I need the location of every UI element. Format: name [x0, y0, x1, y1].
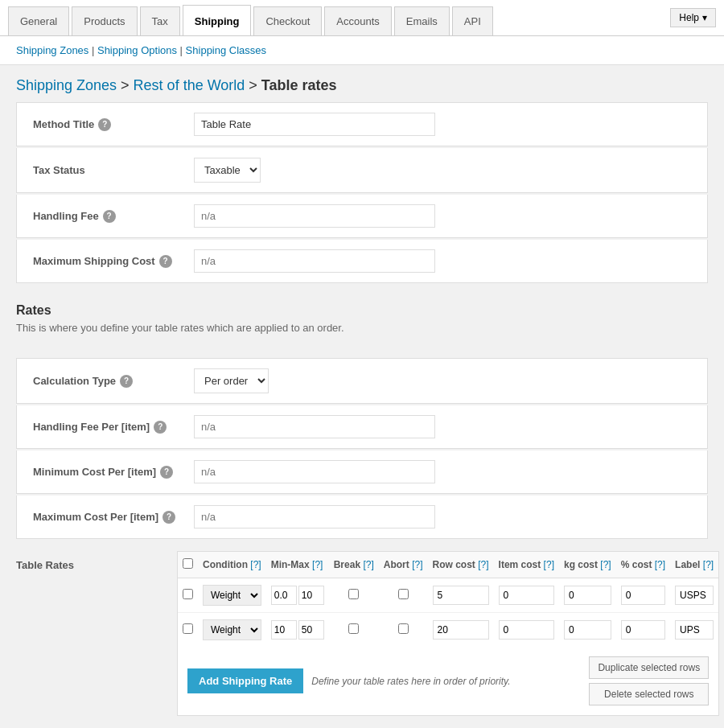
min-cost-per-item-field — [194, 460, 691, 483]
method-title-help-icon[interactable]: ? — [98, 118, 111, 131]
help-button[interactable]: Help ▾ — [670, 8, 716, 27]
row-cost-help-link[interactable]: [?] — [478, 559, 488, 570]
item-cost-help-link[interactable]: [?] — [544, 559, 554, 570]
row-checkbox-1[interactable] — [183, 623, 193, 634]
min-input-0[interactable] — [271, 586, 297, 605]
tab-api[interactable]: API — [452, 6, 493, 35]
breadcrumb-current: Table rates — [261, 77, 337, 93]
breadcrumb: Shipping Zones > Rest of the World > Tab… — [0, 65, 724, 102]
row-actions: Duplicate selected rows Delete selected … — [589, 656, 709, 705]
add-shipping-rate-button[interactable]: Add Shipping Rate — [187, 668, 303, 693]
tax-status-row: Tax Status Taxable None — [16, 148, 708, 193]
kg-cost-help-link[interactable]: [?] — [600, 559, 611, 570]
th-pct-cost: % cost [?] — [616, 552, 670, 578]
item-cost-input-0[interactable] — [499, 586, 554, 605]
row-cost-input-0[interactable] — [433, 586, 489, 605]
handling-fee-field — [194, 204, 691, 228]
kg-cost-input-1[interactable] — [564, 620, 611, 640]
duplicate-rows-button[interactable]: Duplicate selected rows — [589, 656, 709, 679]
calculation-type-field: Per order Per item Per class Per line — [194, 368, 691, 393]
delete-rows-button[interactable]: Delete selected rows — [589, 683, 709, 705]
footer-text: Define your table rates here in order of… — [311, 676, 581, 687]
sub-navigation: Shipping Zones | Shipping Options | Ship… — [0, 36, 724, 65]
main-nav-tabs: General Products Tax Shipping Checkout A… — [8, 0, 496, 35]
min-cost-per-item-input[interactable] — [194, 460, 435, 483]
abort-checkbox-1[interactable] — [398, 623, 409, 634]
max-cost-per-item-input[interactable] — [194, 505, 435, 529]
max-cost-per-item-label: Maximum Cost Per [item] ? — [33, 511, 194, 524]
max-input-1[interactable] — [298, 620, 324, 640]
tab-tax[interactable]: Tax — [140, 6, 180, 35]
calculation-type-row: Calculation Type ? Per order Per item Pe… — [16, 358, 708, 404]
subnav-shipping-classes[interactable]: Shipping Classes — [186, 44, 266, 56]
method-title-field — [194, 113, 691, 136]
max-shipping-cost-label: Maximum Shipping Cost ? — [33, 255, 194, 268]
handling-fee-input[interactable] — [194, 204, 435, 228]
rates-description: This is where you define your table rate… — [16, 322, 708, 334]
th-row-cost: Row cost [?] — [428, 552, 494, 578]
condition-select-1[interactable]: Weight Price Item count — [203, 619, 261, 640]
break-help-link[interactable]: [?] — [363, 559, 373, 570]
break-checkbox-0[interactable] — [348, 589, 359, 599]
item-cost-input-1[interactable] — [499, 620, 554, 640]
table-row: Weight Price Item count — [178, 578, 718, 613]
max-shipping-cost-row: Maximum Shipping Cost ? — [16, 240, 708, 283]
method-title-row: Method Title ? — [16, 102, 708, 146]
max-cost-per-item-row: Maximum Cost Per [item] ? — [16, 496, 708, 539]
label-help-link[interactable]: [?] — [703, 559, 714, 570]
label-input-1[interactable] — [675, 620, 714, 640]
tab-products[interactable]: Products — [72, 6, 137, 35]
tab-emails[interactable]: Emails — [394, 6, 450, 35]
rates-section: Rates This is where you define your tabl… — [0, 291, 724, 358]
th-break: Break [?] — [329, 552, 379, 578]
kg-cost-input-0[interactable] — [564, 586, 611, 605]
method-title-input[interactable] — [194, 113, 435, 136]
row-checkbox-0[interactable] — [183, 589, 193, 599]
handling-fee-label: Handling Fee ? — [33, 210, 194, 223]
max-shipping-cost-help-icon[interactable]: ? — [159, 255, 172, 268]
th-item-cost: Item cost [?] — [494, 552, 559, 578]
abort-checkbox-0[interactable] — [398, 589, 409, 599]
th-abort: Abort [?] — [379, 552, 428, 578]
condition-help-link[interactable]: [?] — [250, 559, 261, 570]
max-cost-per-item-help-icon[interactable]: ? — [162, 511, 175, 524]
table-rates-table-wrapper: Condition [?] Min-Max [?] Break [?] Abor… — [177, 551, 719, 716]
label-input-0[interactable] — [675, 586, 714, 605]
calculation-type-help-icon[interactable]: ? — [120, 375, 133, 388]
calculation-type-select[interactable]: Per order Per item Per class Per line — [194, 368, 269, 393]
tab-general[interactable]: General — [8, 6, 69, 35]
pct-cost-help-link[interactable]: [?] — [655, 559, 665, 570]
breadcrumb-rest-of-world[interactable]: Rest of the World — [134, 77, 245, 93]
break-checkbox-1[interactable] — [348, 623, 359, 634]
tax-status-select[interactable]: Taxable None — [194, 158, 261, 183]
handling-fee-per-item-help-icon[interactable]: ? — [154, 421, 167, 434]
subnav-shipping-options[interactable]: Shipping Options — [97, 44, 177, 56]
abort-help-link[interactable]: [?] — [412, 559, 422, 570]
handling-fee-help-icon[interactable]: ? — [103, 210, 116, 223]
subnav-shipping-zones[interactable]: Shipping Zones — [16, 44, 88, 56]
handling-fee-per-item-row: Handling Fee Per [item] ? — [16, 405, 708, 449]
table-rates-label: Table Rates — [16, 551, 177, 571]
help-label: Help — [679, 12, 699, 23]
min-cost-per-item-help-icon[interactable]: ? — [160, 466, 173, 479]
pct-cost-input-1[interactable] — [621, 620, 665, 640]
tab-accounts[interactable]: Accounts — [324, 6, 391, 35]
help-chevron-icon: ▾ — [702, 12, 707, 23]
max-shipping-cost-input[interactable] — [194, 249, 435, 273]
tab-shipping[interactable]: Shipping — [183, 5, 252, 35]
handling-fee-per-item-field — [194, 415, 691, 438]
condition-select-0[interactable]: Weight Price Item count — [203, 585, 261, 606]
handling-fee-per-item-input[interactable] — [194, 415, 435, 438]
tab-checkout[interactable]: Checkout — [253, 6, 322, 35]
th-condition: Condition [?] — [198, 552, 266, 578]
min-input-1[interactable] — [271, 620, 297, 640]
pct-cost-input-0[interactable] — [621, 586, 665, 605]
calculation-type-label: Calculation Type ? — [33, 375, 194, 388]
row-cost-input-1[interactable] — [433, 620, 489, 640]
minmax-help-link[interactable]: [?] — [312, 559, 323, 570]
select-all-checkbox[interactable] — [183, 558, 193, 569]
max-input-0[interactable] — [298, 586, 324, 605]
breadcrumb-shipping-zones[interactable]: Shipping Zones — [16, 77, 117, 93]
table-row: Weight Price Item count — [178, 613, 718, 648]
tax-status-label: Tax Status — [33, 164, 194, 176]
